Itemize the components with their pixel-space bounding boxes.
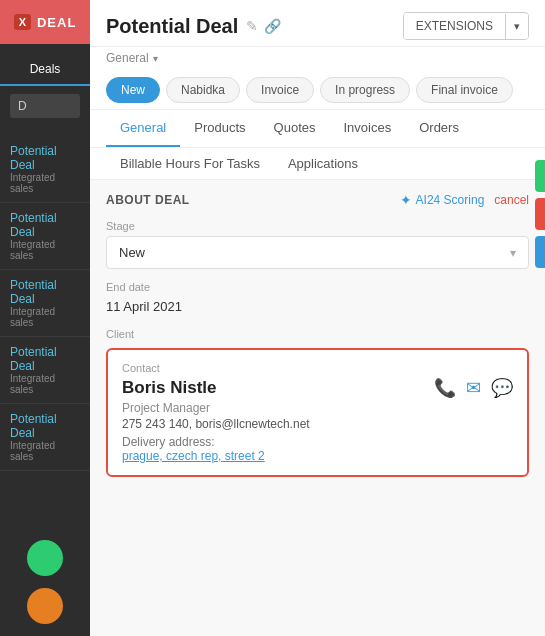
link-icon[interactable]: 🔗 bbox=[264, 18, 281, 34]
about-deal-actions: ✦ AI24 Scoring cancel bbox=[400, 192, 529, 208]
delivery-address-label: Delivery address: bbox=[122, 435, 513, 449]
ai-scoring-button[interactable]: ✦ AI24 Scoring bbox=[400, 192, 485, 208]
sidebar-item-deals[interactable]: Deals bbox=[0, 54, 90, 86]
stage-tab-inprogress[interactable]: In progress bbox=[320, 77, 410, 103]
tab-orders[interactable]: Orders bbox=[405, 110, 473, 147]
ai-scoring-label: AI24 Scoring bbox=[416, 193, 485, 207]
stage-tabs: New Nabidka Invoice In progress Final in… bbox=[90, 71, 545, 110]
list-item[interactable]: Potential Deal Integrated sales bbox=[0, 270, 90, 337]
page-header: Potential Deal ✎ 🔗 EXTENSIONS ▾ bbox=[90, 0, 545, 47]
right-edge-blue bbox=[535, 236, 545, 268]
end-date-field-group: End date 11 April 2021 bbox=[106, 281, 529, 316]
tab-general[interactable]: General bbox=[106, 110, 180, 147]
tab-applications[interactable]: Applications bbox=[274, 148, 372, 179]
contact-role: Project Manager bbox=[122, 401, 513, 415]
email-icon[interactable]: ✉ bbox=[466, 377, 481, 399]
deal-name: Potential Deal bbox=[10, 345, 80, 373]
contact-action-icons: 📞 ✉ 💬 bbox=[434, 377, 513, 399]
deal-sub: Integrated sales bbox=[10, 440, 80, 462]
stage-tab-new[interactable]: New bbox=[106, 77, 160, 103]
breadcrumb: General ▾ bbox=[90, 47, 545, 71]
contact-card: Contact Boris Nistle 📞 ✉ 💬 Project Manag… bbox=[106, 348, 529, 477]
list-item[interactable]: Potential Deal Integrated sales bbox=[0, 337, 90, 404]
ai-star-icon: ✦ bbox=[400, 192, 412, 208]
deal-label: DEAL bbox=[37, 15, 76, 30]
deal-sub: Integrated sales bbox=[10, 373, 80, 395]
tab-quotes[interactable]: Quotes bbox=[260, 110, 330, 147]
sidebar: X DEAL Deals Potential Deal Integrated s… bbox=[0, 0, 90, 636]
tab-invoices[interactable]: Invoices bbox=[329, 110, 405, 147]
green-circle-button[interactable] bbox=[27, 540, 63, 576]
right-edge-red bbox=[535, 198, 545, 230]
stage-field-group: Stage New ▾ bbox=[106, 220, 529, 269]
page-title-icons: ✎ 🔗 bbox=[246, 18, 281, 34]
deal-sub: Integrated sales bbox=[10, 306, 80, 328]
deal-name: Potential Deal bbox=[10, 278, 80, 306]
contact-info: 275 243 140, boris@llcnewtech.net bbox=[122, 417, 513, 431]
contact-name: Boris Nistle bbox=[122, 378, 216, 398]
sidebar-bottom-icons bbox=[27, 528, 63, 636]
breadcrumb-label: General bbox=[106, 51, 149, 65]
deal-sub: Integrated sales bbox=[10, 172, 80, 194]
extensions-button[interactable]: EXTENSIONS ▾ bbox=[403, 12, 529, 40]
section-tabs-row1: General Products Quotes Invoices Orders bbox=[90, 110, 545, 148]
main-content: Potential Deal ✎ 🔗 EXTENSIONS ▾ General … bbox=[90, 0, 545, 636]
edit-pencil-icon[interactable]: ✎ bbox=[246, 18, 258, 34]
close-x-label[interactable]: X bbox=[14, 14, 31, 30]
deal-name: Potential Deal bbox=[10, 144, 80, 172]
tab-products[interactable]: Products bbox=[180, 110, 259, 147]
cancel-button[interactable]: cancel bbox=[494, 193, 529, 207]
deal-sub: Integrated sales bbox=[10, 239, 80, 261]
end-date-label: End date bbox=[106, 281, 529, 293]
list-item[interactable]: Potential Deal Integrated sales bbox=[0, 203, 90, 270]
list-item[interactable]: Potential Deal Integrated sales bbox=[0, 404, 90, 471]
tab-billable-hours[interactable]: Billable Hours For Tasks bbox=[106, 148, 274, 179]
extensions-label: EXTENSIONS bbox=[404, 13, 505, 39]
right-edge-green bbox=[535, 160, 545, 192]
sidebar-nav: Deals bbox=[0, 44, 90, 136]
content-area: ABOUT DEAL ✦ AI24 Scoring cancel Stage N… bbox=[90, 180, 545, 636]
stage-tab-nabidka[interactable]: Nabidka bbox=[166, 77, 240, 103]
breadcrumb-arrow-icon: ▾ bbox=[153, 53, 158, 64]
page-title-area: Potential Deal ✎ 🔗 bbox=[106, 15, 281, 38]
chat-icon[interactable]: 💬 bbox=[491, 377, 513, 399]
stage-tab-invoice[interactable]: Invoice bbox=[246, 77, 314, 103]
deal-name: Potential Deal bbox=[10, 211, 80, 239]
stage-dropdown-arrow-icon: ▾ bbox=[510, 246, 516, 260]
stage-select-value: New bbox=[119, 245, 145, 260]
stage-tab-finalinvoice[interactable]: Final invoice bbox=[416, 77, 513, 103]
contact-header: Boris Nistle 📞 ✉ 💬 bbox=[122, 377, 513, 399]
contact-label: Contact bbox=[122, 362, 513, 374]
delivery-address-value[interactable]: prague, czech rep, street 2 bbox=[122, 449, 513, 463]
end-date-value: 11 April 2021 bbox=[106, 297, 529, 316]
phone-icon[interactable]: 📞 bbox=[434, 377, 456, 399]
stage-label: Stage bbox=[106, 220, 529, 232]
orange-circle-button[interactable] bbox=[27, 588, 63, 624]
extensions-dropdown-arrow[interactable]: ▾ bbox=[505, 14, 528, 39]
sidebar-deals-list: Potential Deal Integrated sales Potentia… bbox=[0, 136, 90, 471]
about-deal-label: ABOUT DEAL bbox=[106, 193, 190, 207]
sidebar-deal-header[interactable]: X DEAL bbox=[0, 0, 90, 44]
right-edge-indicators bbox=[535, 160, 545, 268]
sidebar-search-input[interactable] bbox=[10, 94, 80, 118]
about-deal-header: ABOUT DEAL ✦ AI24 Scoring cancel bbox=[106, 192, 529, 208]
section-tabs-row2: Billable Hours For Tasks Applications bbox=[90, 148, 545, 180]
list-item[interactable]: Potential Deal Integrated sales bbox=[0, 136, 90, 203]
client-field-group: Client Contact Boris Nistle 📞 ✉ 💬 Projec… bbox=[106, 328, 529, 477]
client-label: Client bbox=[106, 328, 529, 340]
stage-select[interactable]: New ▾ bbox=[106, 236, 529, 269]
page-title: Potential Deal bbox=[106, 15, 238, 38]
deal-name: Potential Deal bbox=[10, 412, 80, 440]
